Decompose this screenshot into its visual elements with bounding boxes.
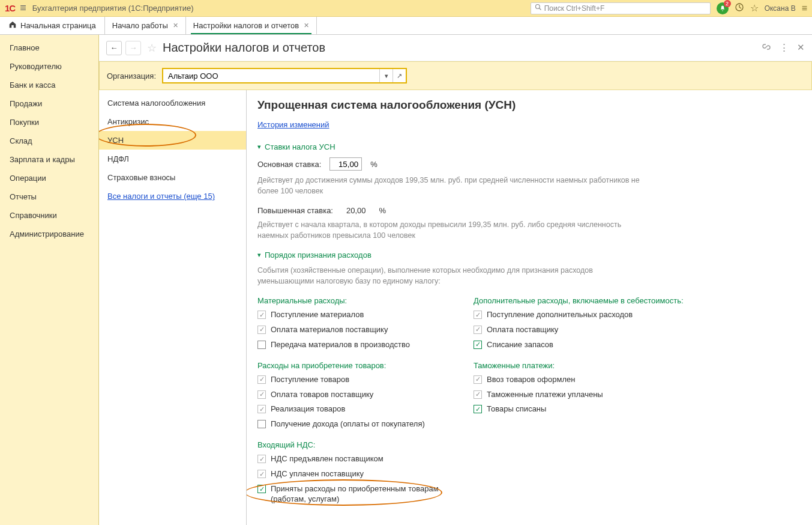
- close-content-icon[interactable]: ✕: [797, 42, 805, 53]
- checkbox-icon[interactable]: ✓: [474, 341, 482, 349]
- chk-item[interactable]: Передача материалов в производство: [257, 340, 450, 350]
- chk-label: НДС уплачен поставщику: [271, 469, 364, 479]
- checkbox-icon[interactable]: [257, 341, 266, 349]
- expenses-hint: События (хозяйственные операции), выполн…: [257, 266, 642, 287]
- percent-sign: %: [379, 206, 386, 215]
- checkbox-icon: ✓: [257, 405, 266, 413]
- chk-label: Передача материалов в производство: [271, 340, 410, 350]
- nav-reports[interactable]: Отчеты: [0, 187, 98, 206]
- notification-badge: 2: [724, 0, 731, 7]
- main-rate-input[interactable]: [329, 157, 362, 171]
- nav-sales[interactable]: Продажи: [0, 94, 98, 113]
- nav-operations[interactable]: Операции: [0, 169, 98, 187]
- link-icon[interactable]: [762, 42, 771, 53]
- hamburger-icon[interactable]: ≡: [20, 2, 26, 14]
- nav-hr[interactable]: Зарплата и кадры: [0, 150, 98, 169]
- section-expenses-label: Порядок признания расходов: [265, 250, 371, 259]
- col1-h2: Расходы на приобретение товаров:: [257, 361, 450, 370]
- nav-manager[interactable]: Руководителю: [0, 57, 98, 76]
- chk-item[interactable]: Получение дохода (оплаты от покупателя): [257, 419, 450, 429]
- org-input[interactable]: [163, 69, 379, 82]
- chevron-down-icon: ▾: [257, 251, 261, 259]
- home-icon: [8, 20, 17, 31]
- chk-label: Поступление дополнительных расходов: [487, 310, 633, 320]
- left-nav: Главное Руководителю Банк и касса Продаж…: [0, 35, 99, 525]
- chk-item: ✓Ввоз товаров оформлен: [474, 375, 684, 385]
- org-dropdown-button[interactable]: ▾: [379, 69, 392, 82]
- titlebar-menu-icon[interactable]: ≡: [802, 3, 807, 14]
- checkbox-icon[interactable]: ✓: [474, 405, 482, 413]
- checkbox-icon: ✓: [257, 375, 266, 384]
- chk-label: Списание запасов: [487, 340, 553, 350]
- nav-bank[interactable]: Банк и касса: [0, 76, 98, 94]
- chk-label: Получение дохода (оплаты от покупателя): [271, 419, 425, 429]
- checkbox-icon: ✓: [257, 326, 266, 334]
- main-rate-label: Основная ставка:: [257, 160, 321, 169]
- tab-home-label: Начальная страница: [20, 21, 96, 30]
- hi-rate-hint: Действует с начала квартала, в котором д…: [257, 220, 642, 241]
- section-rates-label: Ставки налога УСН: [265, 142, 335, 151]
- hi-rate-value: 20,00: [346, 206, 366, 215]
- chk-item[interactable]: ✓Товары списаны: [474, 404, 684, 414]
- back-button[interactable]: ←: [106, 41, 122, 55]
- chk-item: ✓Поступление дополнительных расходов: [474, 310, 684, 320]
- close-icon[interactable]: ✕: [173, 22, 178, 29]
- chk-item: ✓Поступление товаров: [257, 375, 450, 385]
- nav-purchases[interactable]: Покупки: [0, 113, 98, 132]
- chk-label: Ввоз товаров оформлен: [487, 375, 575, 385]
- nav-warehouse[interactable]: Склад: [0, 132, 98, 150]
- chk-label: Поступление материалов: [271, 310, 364, 320]
- col2-h2: Таможенные платежи:: [474, 361, 684, 370]
- tab-home[interactable]: Начальная страница: [0, 17, 105, 34]
- usn-heading: Упрощенная система налогообложения (УСН): [257, 99, 801, 112]
- favorite-star-icon[interactable]: ☆: [147, 41, 157, 55]
- notifications-icon[interactable]: 2: [717, 2, 729, 14]
- chk-item: ✓Оплата товаров поставщику: [257, 390, 450, 400]
- chk-item: ✓НДС предъявлен поставщиком: [257, 454, 450, 464]
- checkbox-icon[interactable]: ✓: [257, 485, 266, 493]
- svg-line-1: [539, 8, 541, 10]
- history-icon[interactable]: [735, 2, 744, 14]
- chevron-down-icon: ▾: [257, 143, 261, 151]
- checkbox-icon: ✓: [474, 375, 482, 384]
- search-icon: [535, 4, 542, 13]
- nav-admin[interactable]: Администрирование: [0, 225, 98, 243]
- settings-body: Упрощенная система налогообложения (УСН)…: [247, 90, 812, 525]
- forward-button[interactable]: →: [125, 41, 141, 55]
- kebab-icon[interactable]: ⋮: [780, 42, 789, 53]
- col2-h1: Дополнительные расходы, включаемые в себ…: [474, 296, 684, 305]
- close-icon[interactable]: ✕: [304, 22, 309, 29]
- username: Оксана В: [765, 4, 796, 13]
- chk-label: Оплата поставщику: [487, 325, 558, 335]
- tab-item-1[interactable]: Настройки налогов и отчетов ✕: [186, 17, 317, 34]
- org-bar: Организация: ▾ ↗: [99, 61, 812, 90]
- nav-main[interactable]: Главное: [0, 38, 98, 57]
- app-title: Бухгалтерия предприятия (1С:Предприятие): [32, 4, 194, 13]
- tab-item-0[interactable]: Начало работы ✕: [105, 17, 186, 34]
- checkbox-icon: ✓: [474, 326, 482, 334]
- org-open-button[interactable]: ↗: [392, 69, 406, 82]
- tab-label: Настройки налогов и отчетов: [193, 21, 299, 30]
- snav-usn[interactable]: УСН: [99, 131, 246, 150]
- checkbox-icon: ✓: [474, 390, 482, 399]
- org-label: Организация:: [107, 71, 156, 80]
- chk-label: Реализация товаров: [271, 404, 345, 414]
- snav-tax-system[interactable]: Система налогообложения: [99, 94, 246, 112]
- snav-insurance[interactable]: Страховые взносы: [99, 168, 246, 187]
- chk-label: Оплата товаров поставщику: [271, 390, 373, 400]
- chk-item[interactable]: ✓Списание запасов: [474, 340, 684, 350]
- snav-ndfl[interactable]: НДФЛ: [99, 150, 246, 168]
- section-expenses[interactable]: ▾ Порядок признания расходов: [257, 250, 801, 259]
- chk-label: НДС предъявлен поставщиком: [271, 454, 383, 464]
- hi-rate-label: Повышенная ставка:: [257, 206, 333, 215]
- star-icon[interactable]: ☆: [750, 2, 759, 14]
- global-search[interactable]: Поиск Ctrl+Shift+F: [531, 2, 711, 14]
- snav-all-taxes-link[interactable]: Все налоги и отчеты (еще 15): [99, 187, 246, 205]
- history-link[interactable]: История изменений: [257, 120, 329, 129]
- nav-catalogs[interactable]: Справочники: [0, 206, 98, 225]
- snav-anticrisis[interactable]: Антикризис: [99, 112, 246, 131]
- chk-item[interactable]: ✓Приняты расходы по приобретенным товара…: [257, 484, 450, 505]
- page-title: Настройки налогов и отчетов: [163, 41, 325, 55]
- section-rates[interactable]: ▾ Ставки налога УСН: [257, 142, 801, 151]
- checkbox-icon[interactable]: [257, 420, 266, 428]
